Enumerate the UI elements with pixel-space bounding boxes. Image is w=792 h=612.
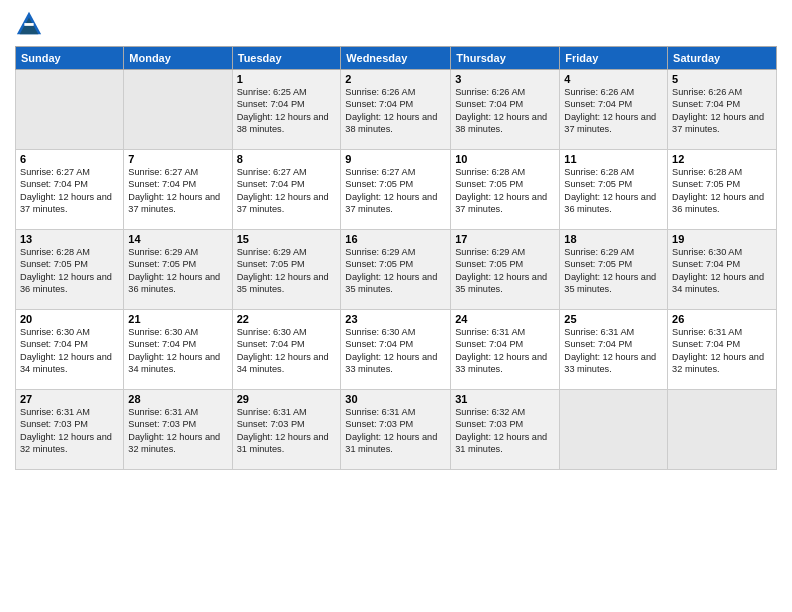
day-info: Sunrise: 6:27 AM Sunset: 7:04 PM Dayligh… — [20, 166, 119, 216]
day-info: Sunrise: 6:31 AM Sunset: 7:03 PM Dayligh… — [20, 406, 119, 456]
day-number: 21 — [128, 313, 227, 325]
calendar-cell: 23Sunrise: 6:30 AM Sunset: 7:04 PM Dayli… — [341, 310, 451, 390]
day-number: 10 — [455, 153, 555, 165]
day-number: 9 — [345, 153, 446, 165]
calendar-cell: 17Sunrise: 6:29 AM Sunset: 7:05 PM Dayli… — [451, 230, 560, 310]
calendar-cell: 11Sunrise: 6:28 AM Sunset: 7:05 PM Dayli… — [560, 150, 668, 230]
day-number: 30 — [345, 393, 446, 405]
calendar-cell: 25Sunrise: 6:31 AM Sunset: 7:04 PM Dayli… — [560, 310, 668, 390]
calendar-cell: 12Sunrise: 6:28 AM Sunset: 7:05 PM Dayli… — [668, 150, 777, 230]
day-info: Sunrise: 6:27 AM Sunset: 7:04 PM Dayligh… — [128, 166, 227, 216]
calendar-cell: 7Sunrise: 6:27 AM Sunset: 7:04 PM Daylig… — [124, 150, 232, 230]
day-info: Sunrise: 6:26 AM Sunset: 7:04 PM Dayligh… — [345, 86, 446, 136]
calendar-cell: 14Sunrise: 6:29 AM Sunset: 7:05 PM Dayli… — [124, 230, 232, 310]
day-info: Sunrise: 6:25 AM Sunset: 7:04 PM Dayligh… — [237, 86, 337, 136]
day-number: 15 — [237, 233, 337, 245]
day-number: 18 — [564, 233, 663, 245]
day-number: 5 — [672, 73, 772, 85]
calendar-week-row: 1Sunrise: 6:25 AM Sunset: 7:04 PM Daylig… — [16, 70, 777, 150]
calendar-cell: 16Sunrise: 6:29 AM Sunset: 7:05 PM Dayli… — [341, 230, 451, 310]
calendar-header-row: SundayMondayTuesdayWednesdayThursdayFrid… — [16, 47, 777, 70]
calendar-cell: 10Sunrise: 6:28 AM Sunset: 7:05 PM Dayli… — [451, 150, 560, 230]
day-info: Sunrise: 6:31 AM Sunset: 7:04 PM Dayligh… — [455, 326, 555, 376]
calendar-cell: 30Sunrise: 6:31 AM Sunset: 7:03 PM Dayli… — [341, 390, 451, 470]
calendar-cell: 15Sunrise: 6:29 AM Sunset: 7:05 PM Dayli… — [232, 230, 341, 310]
day-info: Sunrise: 6:26 AM Sunset: 7:04 PM Dayligh… — [455, 86, 555, 136]
day-number: 8 — [237, 153, 337, 165]
calendar-cell: 13Sunrise: 6:28 AM Sunset: 7:05 PM Dayli… — [16, 230, 124, 310]
day-number: 27 — [20, 393, 119, 405]
day-number: 16 — [345, 233, 446, 245]
calendar-day-header: Saturday — [668, 47, 777, 70]
calendar-cell: 20Sunrise: 6:30 AM Sunset: 7:04 PM Dayli… — [16, 310, 124, 390]
day-number: 4 — [564, 73, 663, 85]
calendar-cell: 22Sunrise: 6:30 AM Sunset: 7:04 PM Dayli… — [232, 310, 341, 390]
day-info: Sunrise: 6:28 AM Sunset: 7:05 PM Dayligh… — [564, 166, 663, 216]
day-info: Sunrise: 6:28 AM Sunset: 7:05 PM Dayligh… — [672, 166, 772, 216]
day-number: 6 — [20, 153, 119, 165]
calendar-day-header: Thursday — [451, 47, 560, 70]
calendar-week-row: 13Sunrise: 6:28 AM Sunset: 7:05 PM Dayli… — [16, 230, 777, 310]
logo — [15, 10, 47, 38]
calendar-week-row: 20Sunrise: 6:30 AM Sunset: 7:04 PM Dayli… — [16, 310, 777, 390]
day-number: 1 — [237, 73, 337, 85]
day-info: Sunrise: 6:31 AM Sunset: 7:04 PM Dayligh… — [564, 326, 663, 376]
calendar-cell: 28Sunrise: 6:31 AM Sunset: 7:03 PM Dayli… — [124, 390, 232, 470]
calendar-cell: 2Sunrise: 6:26 AM Sunset: 7:04 PM Daylig… — [341, 70, 451, 150]
svg-rect-2 — [24, 23, 33, 26]
day-number: 12 — [672, 153, 772, 165]
calendar-cell: 5Sunrise: 6:26 AM Sunset: 7:04 PM Daylig… — [668, 70, 777, 150]
calendar-cell — [560, 390, 668, 470]
calendar-cell — [668, 390, 777, 470]
day-info: Sunrise: 6:30 AM Sunset: 7:04 PM Dayligh… — [237, 326, 337, 376]
day-number: 26 — [672, 313, 772, 325]
header — [15, 10, 777, 38]
calendar-cell — [124, 70, 232, 150]
calendar-week-row: 27Sunrise: 6:31 AM Sunset: 7:03 PM Dayli… — [16, 390, 777, 470]
day-info: Sunrise: 6:32 AM Sunset: 7:03 PM Dayligh… — [455, 406, 555, 456]
page: SundayMondayTuesdayWednesdayThursdayFrid… — [0, 0, 792, 612]
day-number: 20 — [20, 313, 119, 325]
calendar-week-row: 6Sunrise: 6:27 AM Sunset: 7:04 PM Daylig… — [16, 150, 777, 230]
calendar-cell — [16, 70, 124, 150]
day-number: 2 — [345, 73, 446, 85]
day-number: 17 — [455, 233, 555, 245]
day-info: Sunrise: 6:30 AM Sunset: 7:04 PM Dayligh… — [345, 326, 446, 376]
day-number: 11 — [564, 153, 663, 165]
day-info: Sunrise: 6:30 AM Sunset: 7:04 PM Dayligh… — [672, 246, 772, 296]
logo-icon — [15, 10, 43, 38]
day-number: 31 — [455, 393, 555, 405]
calendar-day-header: Tuesday — [232, 47, 341, 70]
calendar-cell: 4Sunrise: 6:26 AM Sunset: 7:04 PM Daylig… — [560, 70, 668, 150]
day-info: Sunrise: 6:30 AM Sunset: 7:04 PM Dayligh… — [20, 326, 119, 376]
calendar-cell: 24Sunrise: 6:31 AM Sunset: 7:04 PM Dayli… — [451, 310, 560, 390]
calendar-cell: 3Sunrise: 6:26 AM Sunset: 7:04 PM Daylig… — [451, 70, 560, 150]
day-info: Sunrise: 6:27 AM Sunset: 7:04 PM Dayligh… — [237, 166, 337, 216]
day-number: 25 — [564, 313, 663, 325]
calendar-cell: 29Sunrise: 6:31 AM Sunset: 7:03 PM Dayli… — [232, 390, 341, 470]
day-info: Sunrise: 6:31 AM Sunset: 7:03 PM Dayligh… — [345, 406, 446, 456]
day-number: 23 — [345, 313, 446, 325]
day-info: Sunrise: 6:26 AM Sunset: 7:04 PM Dayligh… — [564, 86, 663, 136]
day-info: Sunrise: 6:29 AM Sunset: 7:05 PM Dayligh… — [345, 246, 446, 296]
day-number: 7 — [128, 153, 227, 165]
calendar-cell: 8Sunrise: 6:27 AM Sunset: 7:04 PM Daylig… — [232, 150, 341, 230]
day-number: 22 — [237, 313, 337, 325]
day-number: 3 — [455, 73, 555, 85]
calendar-day-header: Monday — [124, 47, 232, 70]
day-info: Sunrise: 6:30 AM Sunset: 7:04 PM Dayligh… — [128, 326, 227, 376]
calendar-cell: 1Sunrise: 6:25 AM Sunset: 7:04 PM Daylig… — [232, 70, 341, 150]
day-number: 19 — [672, 233, 772, 245]
calendar-day-header: Wednesday — [341, 47, 451, 70]
calendar-cell: 21Sunrise: 6:30 AM Sunset: 7:04 PM Dayli… — [124, 310, 232, 390]
calendar-cell: 26Sunrise: 6:31 AM Sunset: 7:04 PM Dayli… — [668, 310, 777, 390]
calendar-cell: 27Sunrise: 6:31 AM Sunset: 7:03 PM Dayli… — [16, 390, 124, 470]
calendar-table: SundayMondayTuesdayWednesdayThursdayFrid… — [15, 46, 777, 470]
calendar-cell: 19Sunrise: 6:30 AM Sunset: 7:04 PM Dayli… — [668, 230, 777, 310]
day-info: Sunrise: 6:29 AM Sunset: 7:05 PM Dayligh… — [237, 246, 337, 296]
calendar-day-header: Friday — [560, 47, 668, 70]
day-info: Sunrise: 6:26 AM Sunset: 7:04 PM Dayligh… — [672, 86, 772, 136]
day-number: 13 — [20, 233, 119, 245]
day-number: 24 — [455, 313, 555, 325]
calendar-cell: 31Sunrise: 6:32 AM Sunset: 7:03 PM Dayli… — [451, 390, 560, 470]
